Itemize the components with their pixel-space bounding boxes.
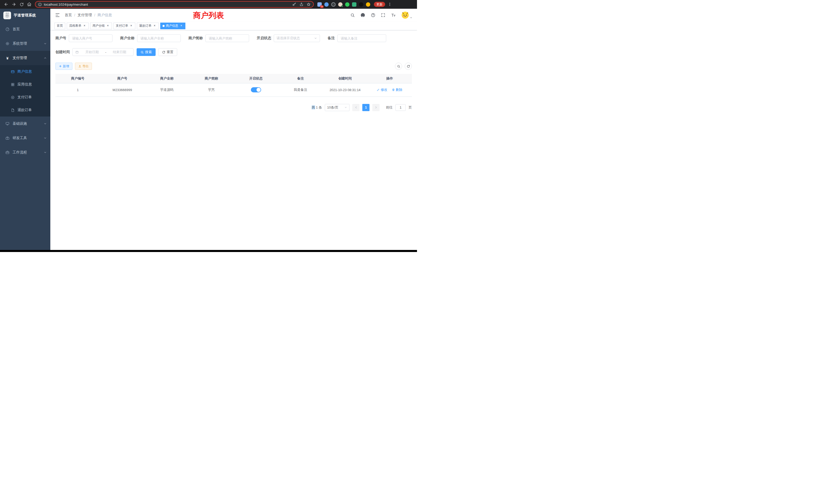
sidebar-item-label: 研发工具 — [13, 136, 27, 140]
fullscreen-icon[interactable] — [381, 13, 386, 18]
current-page-button[interactable]: 1 — [362, 104, 370, 111]
date-start-placeholder: 开始日期 — [81, 50, 103, 54]
search-button[interactable]: 搜索 — [137, 48, 156, 56]
merchant-short-name-input[interactable] — [205, 35, 249, 42]
extension-icon[interactable]: 10 — [317, 2, 322, 7]
font-size-icon[interactable] — [391, 13, 396, 18]
column-header: 备注 — [278, 74, 323, 83]
extension-badge: 10 — [320, 5, 324, 8]
sidebar-item-system[interactable]: 系统管理 — [0, 37, 50, 51]
home-button[interactable] — [26, 1, 33, 8]
sidebar-item-infrastructure[interactable]: 基础设施 — [0, 116, 50, 131]
breadcrumb: 首页 / 支付管理 / 商户信息 — [65, 13, 112, 18]
merchant-no-input[interactable] — [69, 35, 112, 42]
tab-refund-order[interactable]: 退款订单 × — [137, 23, 159, 29]
address-bar[interactable]: localhost:1024/pay/merchant — [35, 1, 314, 8]
tab-label: 退款订单 — [139, 24, 152, 28]
extension-icon[interactable] — [345, 2, 349, 7]
close-icon[interactable]: × — [106, 24, 110, 28]
reset-button[interactable]: 重置 — [158, 48, 177, 56]
sidebar-item-payment[interactable]: ¥ 支付管理 — [0, 51, 50, 65]
browser-menu-icon[interactable] — [388, 2, 392, 6]
tab-process-form[interactable]: 流程表单 × — [67, 23, 89, 29]
user-menu[interactable] — [401, 11, 412, 19]
chevron-down-icon[interactable] — [410, 17, 412, 19]
delete-link[interactable]: 删除 — [392, 88, 402, 92]
sidebar-item-app-info[interactable]: 应用信息 — [0, 78, 50, 91]
github-icon[interactable] — [360, 13, 366, 18]
table-row: 1 M233666999 芋道源码 芋艿 我是备注 2021-10-23 08:… — [56, 83, 412, 96]
extension-icon[interactable] — [359, 2, 363, 7]
sidebar-item-home[interactable]: 首页 — [0, 22, 50, 37]
reload-icon — [20, 2, 24, 7]
next-page-button[interactable] — [372, 104, 379, 111]
back-button[interactable] — [3, 1, 10, 8]
dashboard-icon — [5, 27, 9, 31]
page-size-select[interactable]: 10条/页 — [325, 104, 349, 111]
prev-page-button[interactable] — [352, 104, 359, 111]
extension-icon[interactable] — [338, 2, 343, 7]
tab-user-group[interactable]: 用户分组 × — [90, 23, 112, 29]
tab-label: 用户分组 — [92, 24, 105, 28]
goto-page-input[interactable] — [395, 104, 406, 111]
url-text: localhost:1024/pay/merchant — [44, 3, 290, 6]
merchant-full-name-input[interactable] — [137, 35, 181, 42]
chevron-down-icon — [44, 42, 47, 45]
close-icon[interactable]: × — [153, 24, 156, 28]
active-dot — [162, 25, 164, 27]
status-toggle[interactable] — [251, 87, 261, 92]
breadcrumb-item[interactable]: 首页 — [65, 13, 72, 18]
table-header-row: 商户编号 商户号 商户全称 商户简称 开启状态 备注 创建时间 操作 — [56, 74, 412, 83]
toolbox-icon — [5, 136, 9, 140]
toggle-search-button[interactable] — [395, 63, 402, 70]
pagination: 共 1 条 10条/页 1 前往 页 — [56, 104, 412, 111]
reload-button[interactable] — [18, 1, 25, 8]
sidebar-item-pay-order[interactable]: 支付订单 — [0, 91, 50, 104]
navbar-actions — [350, 11, 412, 19]
info-icon[interactable] — [38, 3, 42, 6]
sidebar-item-refund-order[interactable]: 退款订单 — [0, 104, 50, 116]
star-icon[interactable] — [307, 2, 311, 6]
add-button[interactable]: 新增 — [56, 63, 72, 70]
key-icon[interactable] — [292, 2, 296, 6]
gear-icon — [5, 42, 9, 46]
sidebar-item-workflow[interactable]: 工作流程 — [0, 145, 50, 160]
remark-input[interactable] — [337, 35, 386, 42]
search-form-row-2: 创建时间 开始日期 - 结束日期 搜索 重置 — [56, 48, 412, 56]
breadcrumb-item[interactable]: 支付管理 — [78, 13, 92, 18]
export-button[interactable]: 导出 — [75, 63, 92, 70]
sidebar-toggle[interactable] — [55, 13, 60, 18]
close-icon[interactable]: × — [129, 24, 133, 28]
user-avatar[interactable] — [401, 11, 409, 19]
sidebar-item-merchant-info[interactable]: 商户信息 — [0, 65, 50, 78]
close-icon[interactable]: × — [179, 24, 183, 28]
forward-button[interactable] — [10, 1, 18, 8]
column-header: 商户简称 — [189, 74, 234, 83]
edit-link[interactable]: 修改 — [377, 88, 387, 92]
search-icon — [397, 65, 400, 68]
tab-merchant-info[interactable]: 商户信息 × — [160, 23, 185, 29]
close-icon[interactable]: × — [83, 24, 86, 28]
extension-icon[interactable] — [366, 2, 370, 7]
search-icon[interactable] — [350, 13, 355, 18]
field-label: 商户全称 — [120, 36, 135, 41]
browser-update-button[interactable]: 更新 — [374, 2, 385, 7]
extension-icon[interactable] — [331, 2, 336, 7]
extension-icon[interactable] — [324, 2, 329, 7]
chevron-up-icon — [44, 56, 47, 60]
extension-icon[interactable] — [352, 2, 356, 7]
date-end-placeholder: 结束日期 — [108, 50, 131, 54]
help-icon[interactable] — [371, 13, 375, 18]
create-time-daterange[interactable]: 开始日期 - 结束日期 — [72, 48, 133, 56]
sidebar-item-dev-tools[interactable]: 研发工具 — [0, 131, 50, 145]
refresh-table-button[interactable] — [405, 63, 412, 70]
chevron-down-icon — [344, 106, 347, 109]
chevron-down-icon — [314, 37, 317, 40]
status-select[interactable]: 请选择开启状态 — [274, 35, 320, 42]
tab-home[interactable]: 首页 — [54, 23, 65, 29]
cell-id: 1 — [56, 83, 100, 96]
share-icon[interactable] — [300, 2, 304, 6]
merchant-table: 商户编号 商户号 商户全称 商户简称 开启状态 备注 创建时间 操作 1 M23… — [56, 74, 412, 97]
table-toolbar: 新增 导出 — [56, 63, 412, 70]
tab-pay-order[interactable]: 支付订单 × — [113, 23, 135, 29]
